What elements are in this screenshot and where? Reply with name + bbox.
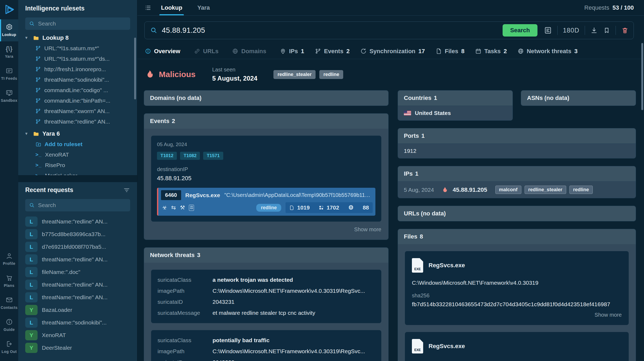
tab-tasks[interactable]: Tasks2 xyxy=(475,48,507,55)
suricata-class-value: a network trojan was detected xyxy=(213,277,375,283)
country-row[interactable]: United States xyxy=(398,106,513,120)
rail-label: Yara xyxy=(5,54,13,59)
recent-request-row[interactable]: LthreatName:"redline" AN... xyxy=(18,215,137,228)
urls-panel: URLs (no data) xyxy=(398,206,636,221)
report-icon[interactable] xyxy=(544,26,552,34)
ruleset-item[interactable]: URL:"*l1s.saturn.ms*" xyxy=(18,43,137,53)
query-input[interactable] xyxy=(162,26,503,35)
trash-icon[interactable] xyxy=(621,27,629,34)
mitre-technique[interactable]: T1571 xyxy=(203,152,223,160)
rail-item-ti-feeds[interactable]: TI Feeds xyxy=(0,63,18,85)
bookmark-icon[interactable] xyxy=(603,27,610,34)
filter-icon[interactable] xyxy=(123,187,130,194)
process-row[interactable]: 6460 RegSvcs.exe "C:\Users\admin\AppData… xyxy=(157,188,375,216)
branch-icon xyxy=(35,56,41,62)
rail-item-sandbox[interactable]: Sandbox xyxy=(0,85,18,107)
flame-icon xyxy=(145,70,153,79)
period-selector[interactable]: 180D xyxy=(563,27,579,34)
recent-request-row[interactable]: LfileName:".doc" xyxy=(18,266,137,278)
caret-down-icon[interactable]: ▾ xyxy=(25,35,30,41)
recent-request-row[interactable]: Ld7e6921bfd008f707ba5... xyxy=(18,240,137,253)
events-panel: Events2 05 Aug, 2024 T1012 T1082 T1571 d… xyxy=(144,113,389,240)
malware-family-pill[interactable]: redline xyxy=(256,204,281,212)
sandbox-monitor-icon xyxy=(6,89,13,96)
tools-icon: ⚒ xyxy=(180,204,185,211)
branch-icon xyxy=(35,77,41,82)
port-row[interactable]: 1912 xyxy=(398,143,636,158)
ip-date: 5 Aug, 2024 xyxy=(404,187,434,193)
file-show-more[interactable]: Show more xyxy=(412,312,622,318)
ruleset-item[interactable]: commandLine:"binPath=... xyxy=(18,95,137,106)
recent-request-row[interactable]: YBazaLoader xyxy=(18,304,137,316)
recent-search-input[interactable] xyxy=(38,202,126,208)
tab-network-threats[interactable]: Network threats3 xyxy=(518,48,578,55)
mitre-technique[interactable]: T1012 xyxy=(157,152,177,160)
download-icon[interactable] xyxy=(590,27,598,34)
ruleset-item[interactable]: http://fresh1.ironorepro... xyxy=(18,64,137,74)
tree-folder-yara[interactable]: ▾ Yara 6 xyxy=(18,128,137,139)
top-tab-lookup[interactable]: Lookup xyxy=(159,0,184,15)
recent-request-row[interactable]: LthreatName:"redline" AN... xyxy=(18,278,137,291)
main-scrollbar[interactable] xyxy=(641,43,643,110)
ruleset-item[interactable]: URL:"*l1s.saturn.ms*"ds... xyxy=(18,53,137,64)
recent-request-row[interactable]: LthreatName:"sodinokibi"... xyxy=(18,316,137,329)
rail-item-log-out[interactable]: Log Out xyxy=(0,336,18,358)
folder-icon xyxy=(33,131,39,137)
recent-request-row[interactable]: YDeerStealer xyxy=(18,341,137,354)
divider xyxy=(616,26,616,35)
events-show-more[interactable]: Show more xyxy=(151,226,381,233)
tab-ips[interactable]: IPs1 xyxy=(280,48,304,55)
mitre-technique[interactable]: T1082 xyxy=(180,152,200,160)
intelligence-rulesets-section: Intelligence rulesets ▾ Lookup 8 URL:"*l… xyxy=(18,0,137,175)
yara-rule-item[interactable]: >_ XenoRAT xyxy=(18,149,137,160)
rail-item-plans[interactable]: Plans xyxy=(0,270,18,292)
tab-synchronization[interactable]: Synchronization17 xyxy=(360,48,425,55)
yara-rule-item[interactable]: >_ RisePro xyxy=(18,160,137,170)
rail-item-contacts[interactable]: Contacts xyxy=(0,292,18,314)
tree-folder-lookup[interactable]: ▾ Lookup 8 xyxy=(18,33,137,43)
cart-icon xyxy=(6,274,13,281)
list-icon[interactable] xyxy=(144,4,151,11)
ip-row[interactable]: 5 Aug, 2024 45.88.91.205 malconf redline… xyxy=(398,181,636,198)
yara-rule-item[interactable]: >_ MortisLocker xyxy=(18,170,137,175)
rail-label: Guide xyxy=(3,327,15,332)
tab-files[interactable]: Files8 xyxy=(436,48,464,55)
recent-request-row[interactable]: YXenoRAT xyxy=(18,329,137,341)
folder-plus-icon xyxy=(35,141,41,147)
rulesets-search-input[interactable] xyxy=(38,20,126,27)
map-pin-icon xyxy=(280,48,286,54)
refresh-icon xyxy=(360,48,367,54)
tab-events[interactable]: Events2 xyxy=(315,48,350,55)
ruleset-item[interactable]: threatName:"sodinokibi"... xyxy=(18,74,137,85)
recent-request-row[interactable]: LthreatName:"redline" AN... xyxy=(18,253,137,266)
sha256-value: fb7d514b3322810463655473d2d7c704d3405c1c… xyxy=(412,301,622,308)
ruleset-item[interactable]: threatName:"redline" AN... xyxy=(18,116,137,127)
result-tabs: Overview URLs Domains IPs1 Events2 Synch… xyxy=(137,44,644,59)
threat-tag: redline xyxy=(319,70,343,79)
rulesets-search[interactable] xyxy=(25,17,130,30)
info-circle-icon xyxy=(145,48,151,54)
ruleset-item[interactable]: commandLine:"codigo" ... xyxy=(18,85,137,95)
rulesets-scrollbar[interactable] xyxy=(134,38,136,99)
caret-down-icon[interactable]: ▾ xyxy=(25,131,30,136)
branch-icon xyxy=(35,119,41,124)
recent-search[interactable] xyxy=(25,199,130,211)
tab-overview[interactable]: Overview xyxy=(145,48,183,55)
files-count: 1019 xyxy=(297,204,310,211)
add-to-ruleset-button[interactable]: Add to ruleset xyxy=(18,139,137,149)
ports-panel: Ports1 1912 xyxy=(398,128,636,158)
recent-request-row[interactable]: LthreatName:"redline" AN... xyxy=(18,291,137,304)
app-logo[interactable] xyxy=(0,0,18,19)
rail-label: Lookup xyxy=(2,33,16,37)
rail-item-yara[interactable]: {\} Yara xyxy=(0,41,18,63)
search-button[interactable]: Search xyxy=(503,24,537,37)
lookup-type-badge: L xyxy=(25,292,38,302)
rulesets-title: Intelligence rulesets xyxy=(25,5,85,12)
recent-request-row[interactable]: Lb775cd8be83696ca37b... xyxy=(18,228,137,240)
rail-item-guide[interactable]: Guide xyxy=(0,314,18,336)
top-tab-yara[interactable]: Yara xyxy=(196,0,211,15)
rail-item-lookup[interactable]: Lookup xyxy=(0,19,18,41)
rail-item-profile[interactable]: Profile xyxy=(0,248,18,270)
last-seen: Last seen 5 August, 2024 xyxy=(212,67,258,82)
ruleset-item[interactable]: threatName:"xworm" AN... xyxy=(18,106,137,116)
